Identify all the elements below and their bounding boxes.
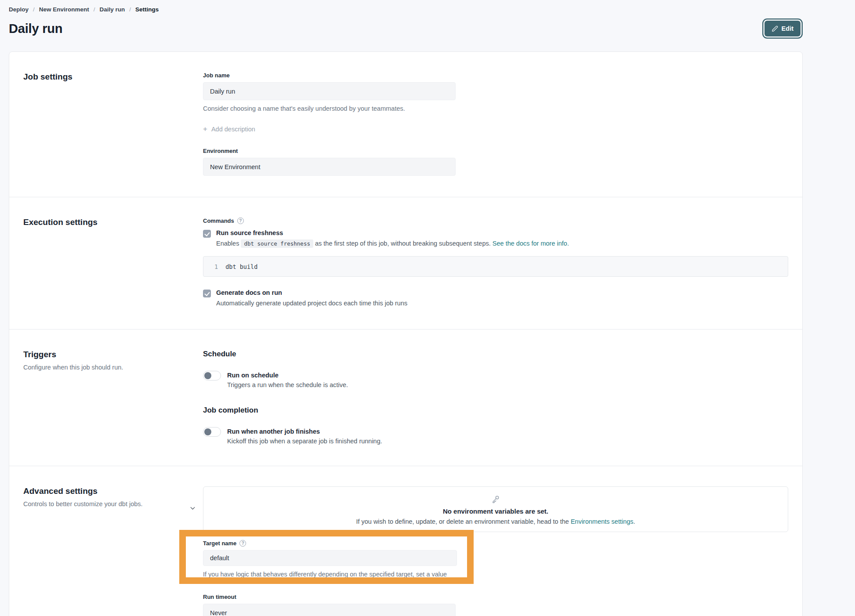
page-header: Daily run Edit <box>9 19 803 38</box>
env-vars-title: No environment variables are set. <box>443 507 548 515</box>
commands-help-icon[interactable]: ? <box>237 217 244 224</box>
advanced-settings-heading: Advanced settings <box>23 486 143 496</box>
plus-icon: + <box>203 125 207 133</box>
env-vars-message: If you wish to define, update, or delete… <box>356 518 635 525</box>
commands-code-editor[interactable]: 1 dbt build <box>203 256 788 277</box>
triggers-description: Configure when this job should run. <box>23 364 203 371</box>
run-timeout-label: Run timeout <box>203 594 788 600</box>
run-when-job-finishes-row: Run when another job finishes Kickoff th… <box>203 427 788 445</box>
execution-settings-heading: Execution settings <box>23 217 203 227</box>
target-name-label: Target name ? <box>203 540 457 547</box>
run-on-schedule-row: Run on schedule Triggers a run when the … <box>203 371 788 388</box>
inline-code-chip: dbt source freshness <box>241 239 313 248</box>
toggle-knob <box>204 372 211 379</box>
settings-card: Job settings Job name Consider choosing … <box>9 51 803 616</box>
breadcrumb-separator: / <box>33 6 35 13</box>
target-name-help-icon[interactable]: ? <box>239 540 246 547</box>
section-triggers: Triggers Configure when this job should … <box>9 330 802 466</box>
section-advanced-settings: Advanced settings Controls to better cus… <box>9 466 802 616</box>
run-source-freshness-checkbox[interactable] <box>203 230 211 238</box>
run-on-schedule-toggle[interactable] <box>203 371 221 380</box>
docs-link[interactable]: See the docs for more info. <box>493 240 569 247</box>
environment-label: Environment <box>203 148 788 154</box>
code-line-text: dbt build <box>225 263 257 270</box>
job-name-label: Job name <box>203 72 788 79</box>
job-name-input[interactable] <box>203 82 456 100</box>
advanced-settings-description: Controls to better customize your dbt jo… <box>23 500 143 507</box>
run-source-freshness-label: Run source freshness <box>216 229 569 236</box>
generate-docs-label: Generate docs on run <box>216 289 407 296</box>
run-on-schedule-description: Triggers a run when the schedule is acti… <box>227 381 348 388</box>
breadcrumb-deploy[interactable]: Deploy <box>9 6 29 13</box>
run-when-job-finishes-label: Run when another job finishes <box>227 428 382 435</box>
environments-settings-link[interactable]: Environments settings <box>571 518 634 525</box>
breadcrumb: Deploy / New Environment / Daily run / S… <box>9 0 803 13</box>
edit-button-label: Edit <box>782 25 793 32</box>
schedule-heading: Schedule <box>203 350 788 359</box>
pencil-icon <box>772 25 778 32</box>
job-name-help: Consider choosing a name that's easily u… <box>203 105 788 112</box>
commands-label: Commands ? <box>203 217 788 224</box>
run-timeout-group: Run timeout Maximum number of seconds a … <box>203 594 788 616</box>
generate-docs-row: Generate docs on run Automatically gener… <box>203 289 788 308</box>
target-name-highlight: Target name ? If you have logic that beh… <box>179 530 474 584</box>
section-job-settings: Job settings Job name Consider choosing … <box>9 52 802 197</box>
page: Deploy / New Environment / Daily run / S… <box>9 0 803 616</box>
toggle-knob <box>204 428 211 435</box>
run-on-schedule-label: Run on schedule <box>227 372 348 379</box>
triggers-heading: Triggers <box>23 350 203 359</box>
job-settings-heading: Job settings <box>23 72 203 82</box>
add-description-label: Add description <box>211 126 255 133</box>
run-source-freshness-description: Enables dbt source freshness as the firs… <box>216 239 569 248</box>
run-timeout-input[interactable] <box>203 604 456 616</box>
job-completion-heading: Job completion <box>203 406 788 415</box>
page-title: Daily run <box>9 22 62 36</box>
run-source-freshness-row: Run source freshness Enables dbt source … <box>203 229 788 248</box>
breadcrumb-separator: / <box>129 6 131 13</box>
key-icon <box>490 494 501 504</box>
section-execution-settings: Execution settings Commands ? Run source… <box>9 197 802 330</box>
breadcrumb-job[interactable]: Daily run <box>100 6 125 13</box>
generate-docs-description: Automatically generate updated project d… <box>216 299 407 308</box>
breadcrumb-separator: / <box>94 6 95 13</box>
generate-docs-checkbox[interactable] <box>203 290 211 297</box>
environment-input[interactable] <box>203 158 456 176</box>
run-when-job-finishes-description: Kickoff this job when a separate job is … <box>227 438 382 445</box>
target-name-input[interactable] <box>203 550 457 566</box>
edit-button[interactable]: Edit <box>764 21 801 36</box>
add-description-button[interactable]: + Add description <box>203 125 255 133</box>
breadcrumb-settings: Settings <box>135 6 159 13</box>
chevron-down-icon[interactable] <box>189 505 196 511</box>
run-when-job-finishes-toggle[interactable] <box>203 427 221 437</box>
environment-variables-panel: No environment variables are set. If you… <box>203 486 788 532</box>
code-line-number: 1 <box>214 263 218 270</box>
breadcrumb-environment[interactable]: New Environment <box>39 6 89 13</box>
target-name-help-line1: If you have logic that behaves different… <box>203 570 457 584</box>
